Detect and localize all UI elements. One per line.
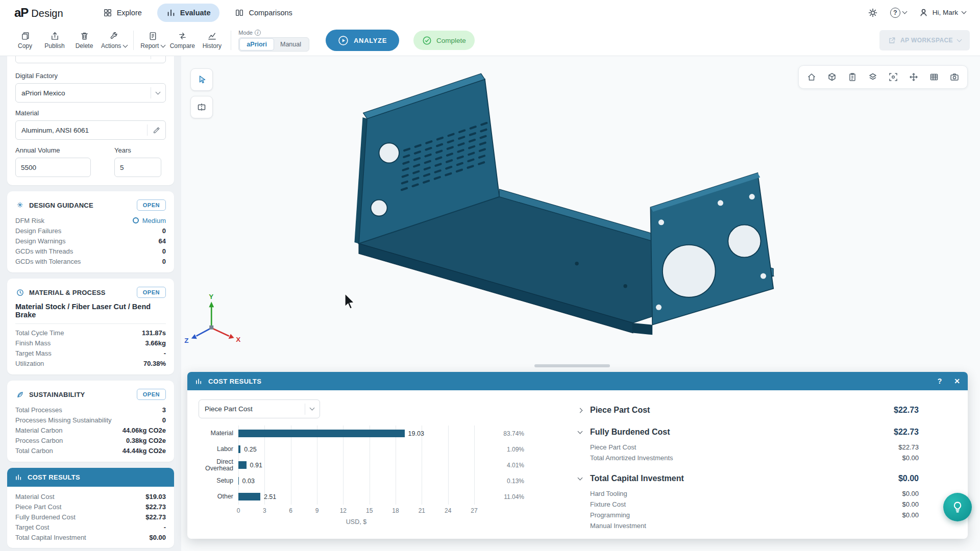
stat-label: Piece Part Cost [15, 503, 61, 511]
chart-category-label: Material [199, 425, 233, 441]
fit-view-button[interactable] [883, 67, 903, 87]
breakdown-child-row: Total Amortized Investments$0.00 [590, 453, 919, 463]
info-icon [255, 30, 261, 36]
layers-button[interactable] [863, 67, 883, 87]
origin-button[interactable] [903, 67, 924, 87]
stat-row: Target Mass- [15, 348, 166, 358]
chart-bar-value: 2.51 [264, 493, 276, 500]
breakdown-section-header[interactable]: Fully Burdened Cost$22.73 [576, 422, 919, 442]
copy-button[interactable]: Copy [10, 29, 40, 52]
nav-item-evaluate[interactable]: Evaluate [157, 4, 220, 22]
breakdown-section-header[interactable]: Total Capital Investment$0.00 [576, 469, 919, 488]
process-group-select[interactable]: Sheet Metal [15, 56, 166, 63]
home-view-button[interactable] [801, 67, 822, 87]
breakdown-children: Hard Tooling$0.00Fixture Cost$0.00Progra… [576, 488, 919, 534]
stat-value: 0 [162, 258, 166, 265]
part-hole [379, 143, 399, 163]
digital-factory-select[interactable]: aPriori Mexico [15, 83, 166, 103]
panel-title: SUSTAINABILITY [29, 391, 132, 398]
compare-button[interactable]: Compare [167, 29, 197, 52]
mode-option-apriori[interactable]: aPriori [240, 39, 274, 50]
publish-button[interactable]: Publish [40, 29, 69, 52]
gear-icon [868, 8, 878, 18]
breakdown-section: Piece Part Cost$22.73 [576, 400, 919, 420]
stat-label: Fully Burdened Cost [15, 513, 76, 521]
years-input[interactable] [114, 158, 161, 177]
stat-value: 64 [159, 237, 166, 245]
stat-label: Total Carbon [15, 447, 53, 455]
report-icon [148, 31, 158, 41]
x-tick-label: 0 [237, 507, 240, 514]
stat-value: $0.00 [149, 534, 166, 541]
panel-close-button[interactable]: ✕ [954, 377, 960, 385]
stat-row: Total Cycle Time131.87s [15, 328, 166, 338]
material-field[interactable] [15, 120, 166, 140]
digital-factory-label: Digital Factory [15, 72, 166, 80]
breakdown-section-header[interactable]: Piece Part Cost$22.73 [576, 400, 919, 420]
stat-value: 3 [162, 406, 166, 414]
isometric-view-button[interactable] [822, 67, 842, 87]
select-tool-button[interactable] [190, 68, 213, 91]
cost-view-select[interactable]: Piece Part Cost [199, 399, 320, 418]
grid-table-button[interactable] [924, 67, 944, 87]
chart-bar-percent: 4.01% [480, 457, 524, 473]
chart-bar-percent: 1.09% [480, 441, 524, 457]
stat-value: 0 [162, 416, 166, 424]
snapshot-button[interactable] [944, 67, 965, 87]
breakdown-child-value: $0.00 [902, 500, 919, 508]
cost-panel-header: COST RESULTS ? ✕ [187, 372, 968, 390]
viewport-toolbar [798, 65, 968, 89]
stat-row: Finish Mass3.66kg [15, 338, 166, 348]
nav-label: Evaluate [180, 9, 211, 17]
clipboard-icon [847, 72, 857, 82]
panel-title: COST RESULTS [208, 378, 261, 385]
material-field-wrap [15, 120, 166, 140]
stat-value: 44.44kg CO2e [122, 447, 166, 455]
sustainability-open-button[interactable]: OPEN [137, 389, 166, 400]
sustainability-rows: Total Processes3Processes Missing Sustai… [15, 405, 166, 456]
breakdown-child-value: $0.00 [902, 511, 919, 519]
breakdown-child-row: Programming$0.00 [590, 510, 919, 520]
part-hole [371, 200, 387, 216]
stat-value: 0 [162, 247, 166, 255]
panel-title: COST RESULTS [28, 473, 80, 481]
nav-label: Comparisons [249, 9, 292, 17]
cost-results-rows: Material Cost$19.03Piece Part Cost$22.73… [7, 487, 174, 548]
axis-x-label: X [236, 336, 240, 343]
x-tick-label: 18 [392, 507, 399, 514]
help-button[interactable]: ? [890, 8, 906, 18]
user-menu[interactable]: Hi, Mark [919, 8, 966, 17]
chart-category-label: Labor [199, 441, 233, 457]
breakdown-title: Total Capital Investment [590, 474, 892, 483]
mode-option-manual[interactable]: Manual [274, 39, 308, 50]
scenario-config-panel: Sheet Metal Digital Factory aPriori Mexi… [7, 56, 174, 185]
history-button[interactable]: History [197, 29, 227, 52]
notes-button[interactable] [842, 67, 863, 87]
nav-item-comparisons[interactable]: Comparisons [226, 4, 301, 22]
annual-volume-input[interactable] [15, 158, 91, 177]
app-logo[interactable]: aP Design [14, 6, 63, 20]
report-button[interactable]: Report [138, 29, 167, 52]
external-link-icon [888, 37, 896, 44]
nav-item-explore[interactable]: Explore [94, 4, 151, 22]
ap-workspace-button[interactable]: AP WORKSPACE [879, 30, 970, 51]
settings-button[interactable] [868, 8, 878, 18]
explore-icon [103, 8, 112, 17]
design-guidance-open-button[interactable]: OPEN [137, 199, 166, 211]
breakdown-value: $22.73 [894, 428, 919, 437]
delete-button[interactable]: Delete [69, 29, 99, 52]
chart-bar-row: 0.03 [238, 473, 474, 489]
logo-rest: Design [31, 8, 63, 19]
panel-drag-handle[interactable] [534, 364, 610, 367]
3d-viewport[interactable]: Y X Z COST [181, 56, 980, 551]
assistant-fab-button[interactable] [943, 493, 972, 521]
edit-pencil-icon[interactable] [153, 127, 160, 134]
material-process-open-button[interactable]: OPEN [137, 287, 166, 298]
section-tool-button[interactable] [190, 96, 213, 118]
x-tick-label: 27 [471, 507, 477, 514]
actions-button[interactable]: Actions [99, 29, 129, 52]
analyze-button[interactable]: ANALYZE [326, 30, 399, 51]
part-hole [718, 200, 723, 206]
chart-bar-value: 19.03 [408, 430, 424, 437]
panel-help-button[interactable]: ? [938, 377, 942, 385]
